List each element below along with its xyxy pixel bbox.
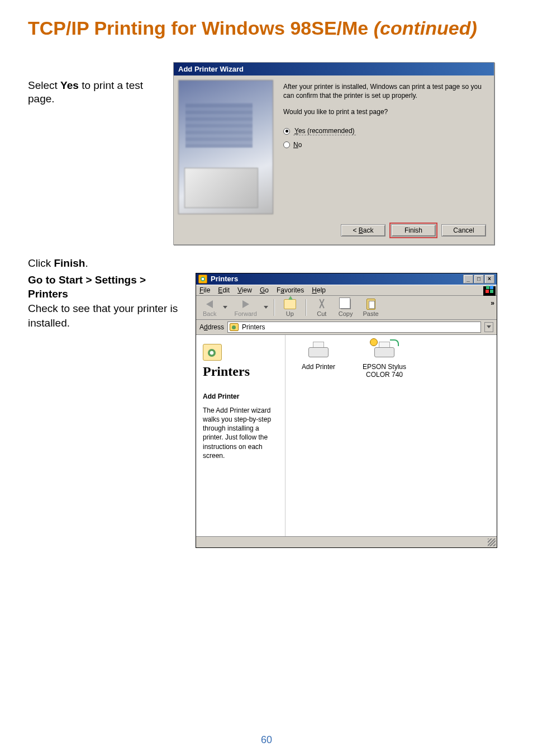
toolbar-label: Copy bbox=[339, 310, 353, 317]
wizard-titlebar: Add Printer Wizard bbox=[174, 63, 494, 75]
instr-bold-finish: Finish bbox=[54, 257, 85, 269]
menu-rest: vorites bbox=[284, 286, 304, 294]
page-number: 60 bbox=[0, 734, 533, 746]
toolbar-label: Forward bbox=[234, 310, 256, 317]
status-bar bbox=[196, 536, 497, 547]
radio-no-label: No bbox=[293, 141, 302, 149]
radio-yes[interactable] bbox=[283, 128, 290, 135]
cancel-button[interactable]: Cancel bbox=[441, 224, 486, 237]
radio-no[interactable] bbox=[283, 141, 290, 148]
toolbar: Back Forward Up Cut bbox=[196, 296, 497, 320]
instr-check-text: Check to see that your printer is instal… bbox=[28, 301, 179, 330]
radio-yes-label: Yes (recommended) bbox=[293, 127, 356, 135]
close-button[interactable]: × bbox=[484, 275, 494, 284]
address-field[interactable]: Printers bbox=[227, 322, 481, 333]
radio-no-row[interactable]: No bbox=[283, 141, 489, 149]
chevron-down-icon bbox=[487, 325, 491, 328]
page-title: TCP/IP Printing for Windows 98SE/Me (con… bbox=[28, 17, 511, 40]
forward-dropdown-icon[interactable] bbox=[264, 306, 268, 309]
explorer-sidebar: Printers Add Printer The Add Printer wiz… bbox=[196, 335, 285, 536]
menu-rest: ile bbox=[203, 286, 210, 294]
printer-icon bbox=[306, 341, 331, 361]
up-toolbar-button[interactable]: Up bbox=[280, 298, 300, 317]
label-rest: dress bbox=[208, 323, 224, 331]
sidebar-title: Printers bbox=[203, 364, 280, 379]
back-button[interactable]: < Back bbox=[341, 224, 386, 237]
menu-rest: iew bbox=[242, 286, 252, 294]
finish-button[interactable]: Finish bbox=[391, 224, 436, 237]
item-label-line2: COLOR 740 bbox=[359, 371, 410, 379]
instr-text: Click bbox=[28, 257, 54, 269]
toolbar-separator bbox=[274, 299, 274, 316]
forward-toolbar-button[interactable]: Forward bbox=[231, 298, 260, 317]
menu-favorites[interactable]: Favorites bbox=[277, 286, 304, 294]
instr-bold-path: Go to Start > Settings > Printers bbox=[28, 273, 179, 301]
toolbar-label: Back bbox=[203, 310, 216, 317]
btn-rest: ack bbox=[363, 226, 374, 234]
radio-yes-row[interactable]: Yes (recommended) bbox=[283, 127, 489, 135]
underline-char: H bbox=[312, 286, 317, 294]
instr-text: . bbox=[85, 257, 88, 269]
address-dropdown-button[interactable] bbox=[484, 322, 493, 332]
address-label: Address bbox=[199, 323, 224, 331]
wizard-question: Would you like to print a test page? bbox=[283, 108, 489, 116]
toolbar-label: Up bbox=[286, 310, 294, 317]
toolbar-label: Paste bbox=[363, 310, 379, 317]
underline-char: V bbox=[237, 286, 242, 294]
address-value: Printers bbox=[242, 323, 265, 331]
menu-file[interactable]: File bbox=[199, 286, 210, 294]
underline-char: d bbox=[204, 323, 208, 331]
label-rest: o bbox=[298, 141, 302, 149]
sidebar-subtitle: Add Printer bbox=[203, 393, 280, 400]
label-pre: A bbox=[199, 323, 204, 331]
label-rest: es (recommended) bbox=[298, 127, 355, 135]
sidebar-description: The Add Printer wizard walks you step-by… bbox=[203, 406, 280, 460]
installed-printer-item[interactable]: EPSON Stylus COLOR 740 bbox=[359, 341, 410, 379]
item-label-line1: EPSON Stylus bbox=[359, 363, 410, 371]
instr-text: Select bbox=[28, 79, 60, 91]
wizard-message: After your printer is installed, Windows… bbox=[283, 82, 489, 100]
printers-large-icon bbox=[203, 344, 222, 361]
add-printer-item[interactable]: Add Printer bbox=[293, 341, 344, 371]
folder-up-icon bbox=[284, 299, 296, 309]
title-continued: (continued) bbox=[374, 17, 477, 39]
menu-help[interactable]: Help bbox=[312, 286, 326, 294]
minimize-button[interactable]: _ bbox=[463, 275, 473, 284]
address-bar: Address Printers bbox=[196, 320, 497, 335]
title-main: TCP/IP Printing for Windows 98SE/Me bbox=[28, 17, 374, 39]
instruction-select-yes: Select Yes to print a test page. bbox=[28, 62, 156, 106]
add-printer-wizard-dialog: Add Printer Wizard After your printer is… bbox=[173, 62, 494, 245]
underline-char: G bbox=[260, 286, 265, 294]
arrow-right-icon bbox=[242, 300, 249, 308]
toolbar-overflow-icon[interactable]: » bbox=[491, 299, 494, 307]
back-toolbar-button[interactable]: Back bbox=[199, 298, 220, 317]
window-title-text: Printers bbox=[211, 275, 238, 283]
paste-toolbar-button[interactable]: Paste bbox=[360, 298, 382, 317]
arrow-left-icon bbox=[206, 300, 213, 308]
menu-edit[interactable]: Edit bbox=[218, 286, 230, 294]
instruction-click-finish: Click Finish. bbox=[28, 257, 88, 270]
menu-rest: o bbox=[265, 286, 269, 294]
toolbar-label: Cut bbox=[317, 310, 326, 317]
menu-view[interactable]: View bbox=[237, 286, 252, 294]
copy-toolbar-button[interactable]: Copy bbox=[335, 298, 356, 317]
underline-char: Y bbox=[294, 127, 298, 135]
paste-icon bbox=[367, 299, 375, 310]
toolbar-separator bbox=[306, 299, 306, 316]
cut-toolbar-button[interactable]: Cut bbox=[312, 298, 332, 317]
menu-go[interactable]: Go bbox=[260, 286, 269, 294]
underline-char: N bbox=[293, 141, 298, 149]
window-titlebar: Printers _ □ × bbox=[196, 273, 497, 285]
address-folder-icon bbox=[230, 323, 239, 331]
underline-char: a bbox=[280, 286, 284, 294]
back-dropdown-icon[interactable] bbox=[223, 306, 227, 309]
item-label: Add Printer bbox=[293, 363, 344, 371]
windows-logo-icon bbox=[483, 286, 496, 296]
underline-char: B bbox=[359, 226, 363, 234]
menu-rest: dit bbox=[222, 286, 230, 294]
printers-window: Printers _ □ × File Edit View Go Favorit… bbox=[196, 273, 497, 548]
maximize-button[interactable]: □ bbox=[474, 275, 484, 284]
wizard-printer-image bbox=[178, 80, 273, 214]
cut-icon bbox=[317, 299, 327, 310]
menu-rest: elp bbox=[317, 286, 326, 294]
